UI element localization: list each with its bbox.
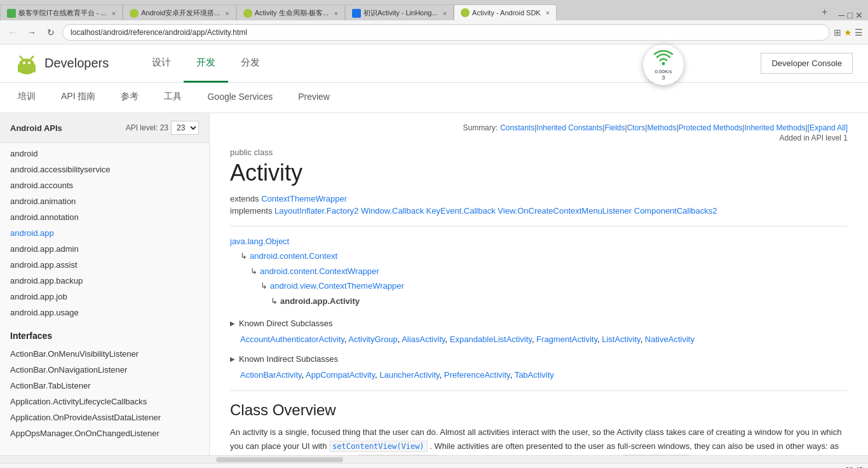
direct-link-6[interactable]: NativeActivity [645,334,695,344]
summary-constants[interactable]: Constants [500,123,534,132]
indirect-link-1[interactable]: AppCompatActivity [306,370,375,380]
summary-protected-methods[interactable]: Protected Methods [679,123,743,132]
tab-bar: 极客学院IT在线教育平台 - ... × Android安卓开发环境搭... ×… [0,0,868,20]
indirect-link-2[interactable]: LauncherActivity [379,370,439,380]
h-scroll-thumb[interactable] [216,457,343,462]
sub-nav-preview[interactable]: Preview [295,83,332,113]
summary-fields[interactable]: Fields [604,123,625,132]
sidebar-item-android[interactable]: android [0,146,209,162]
tab-4-close[interactable]: × [443,10,447,17]
sidebar-item-android-accounts[interactable]: android.accounts [0,177,209,193]
sidebar-item-iface-4[interactable]: Application.OnProvideAssistDataListener [0,410,209,425]
minimize-button[interactable]: ─ [839,10,845,20]
overview-code-2[interactable]: windowIsFloating [358,455,438,455]
nav-design[interactable]: 设计 [139,45,184,83]
direct-link-1[interactable]: ActivityGroup [348,334,397,344]
nav-develop[interactable]: 开发 [184,45,228,83]
sidebar-item-android-app-admin[interactable]: android.app.admin [0,241,209,257]
implements-link-1[interactable]: Window.Callback [361,206,424,216]
direct-link-0[interactable]: AccountAuthenticatorActivity [240,334,344,344]
maximize-button[interactable]: □ [848,10,853,20]
hierarchy-link-1[interactable]: android.content.Context [250,251,337,261]
sidebar-item-iface-3[interactable]: Application.ActivityLifecycleCallbacks [0,394,209,410]
tab-4[interactable]: 初识Activity - LinHong... × [345,4,454,20]
implements-link-0[interactable]: LayoutInflater.Factory2 [275,206,358,216]
tab-3-close[interactable]: × [334,10,337,17]
horizontal-scrollbar[interactable] [0,455,868,463]
sidebar-item-android-animation[interactable]: android.animation [0,193,209,209]
sub-nav-tools[interactable]: 工具 [161,83,184,113]
summary-inherited-methods[interactable]: Inherited Methods [744,123,805,132]
hierarchy-link-2[interactable]: android.content.ContextWrapper [260,266,379,276]
implements-link-4[interactable]: ComponentCallbacks2 [634,206,717,216]
new-tab-button[interactable]: + [816,4,834,20]
sidebar-item-android-app[interactable]: android.app [0,225,209,241]
known-direct-header[interactable]: ▶ Known Direct Subclasses [230,319,848,328]
overview-code-3[interactable]: ActivityGroup [623,455,689,455]
hierarchy-link-0[interactable]: java.lang.Object [230,237,289,246]
translate-icon[interactable]: ⊞ [834,27,841,38]
implements-link-2[interactable]: KeyEvent.Callback [426,206,496,216]
extends-link[interactable]: ContextThemeWrapper [261,194,347,203]
direct-link-3[interactable]: ExpandableListActivity [450,334,532,344]
tab-1[interactable]: 极客学院IT在线教育平台 - ... × [0,4,123,20]
sub-nav-training[interactable]: 培训 [15,83,38,113]
tab-5-close[interactable]: × [546,9,550,17]
sub-nav-google-services[interactable]: Google Services [205,83,275,113]
summary-expand-all[interactable]: [Expand All] [808,123,848,132]
overview-code-1[interactable]: setContentView(View) [329,441,428,452]
menu-icon[interactable]: ☰ [855,27,863,38]
implements-link-3[interactable]: View.OnCreateContextMenuListener [498,206,632,216]
back-button[interactable]: ← [5,25,20,40]
forward-button[interactable]: → [24,25,39,40]
extends-line: extends ContextThemeWrapper [230,194,848,203]
summary-label: Summary: [463,123,498,132]
refresh-button[interactable]: ↻ [43,25,58,40]
sidebar-item-android-annotation[interactable]: android.annotation [0,209,209,225]
sidebar-item-android-app-usage[interactable]: android.app.usage [0,305,209,320]
sub-nav-reference[interactable]: 参考 [118,83,141,113]
tab-2-close[interactable]: × [225,10,229,17]
sidebar-header: Android APIs API level: 23 23 22 21 [0,113,209,143]
android-robot-icon [15,52,38,75]
star-icon[interactable]: ★ [844,27,852,38]
nav-distribute[interactable]: 分发 [228,45,273,83]
tab-3[interactable]: Activity 生命周期-极客... × [236,4,345,20]
known-indirect-list: ActionBarActivity, AppCompatActivity, La… [230,368,848,382]
triangle-icon: ▶ [230,320,235,327]
sidebar-item-iface-1[interactable]: ActionBar.OnNavigationListener [0,362,209,378]
tab-2[interactable]: Android安卓开发环境搭... × [123,4,236,20]
summary-ctors[interactable]: Ctors [627,123,646,132]
sidebar-item-android-app-job[interactable]: android.app.job [0,289,209,305]
android-logo[interactable]: Developers [15,52,109,75]
sidebar-item-iface-5[interactable]: AppOpsManager.OnOnChangedListener [0,425,209,441]
api-level-label: API level: 23 [126,123,168,132]
wifi-icon [653,50,674,67]
known-indirect-header[interactable]: ▶ Known Indirect Subclasses [230,354,848,364]
summary-methods[interactable]: Methods [647,123,676,132]
sidebar-item-android-app-backup[interactable]: android.app.backup [0,273,209,289]
direct-link-5[interactable]: ListActivity [602,334,640,344]
close-browser-button[interactable]: ✕ [855,10,863,20]
indirect-link-4[interactable]: TabActivity [515,370,554,380]
direct-link-4[interactable]: FragmentActivity [536,334,597,344]
direct-link-2[interactable]: AliasActivity [402,334,445,344]
summary-inherited-constants[interactable]: Inherited Constants [536,123,602,132]
api-level-select[interactable]: 23 22 21 [171,121,199,135]
address-input[interactable] [62,24,830,41]
indirect-link-3[interactable]: PreferenceActivity [444,370,510,380]
sidebar-item-iface-2[interactable]: ActionBar.TabListener [0,378,209,394]
sidebar-item-iface-0[interactable]: ActionBar.OnMenuVisibilityListener [0,346,209,362]
tab-1-close[interactable]: × [112,10,116,17]
hierarchy-link-3[interactable]: android.view.ContextThemeWrapper [270,281,404,291]
hierarchy-level-1: ↳android.content.Context [230,249,848,263]
tab-3-label: Activity 生命周期-极客... [255,8,329,18]
sub-nav-api[interactable]: API 指南 [58,83,98,113]
brand-name: Developers [44,56,109,71]
indirect-link-0[interactable]: ActionBarActivity [240,370,302,380]
sidebar-item-android-app-assist[interactable]: android.app.assist [0,257,209,273]
tab-5-favicon [461,8,470,17]
developer-console-button[interactable]: Developer Console [761,53,853,74]
sidebar-item-android-accessibility[interactable]: android.accessibilityservice [0,162,209,177]
tab-5[interactable]: Activity - Android SDK × [454,4,557,20]
